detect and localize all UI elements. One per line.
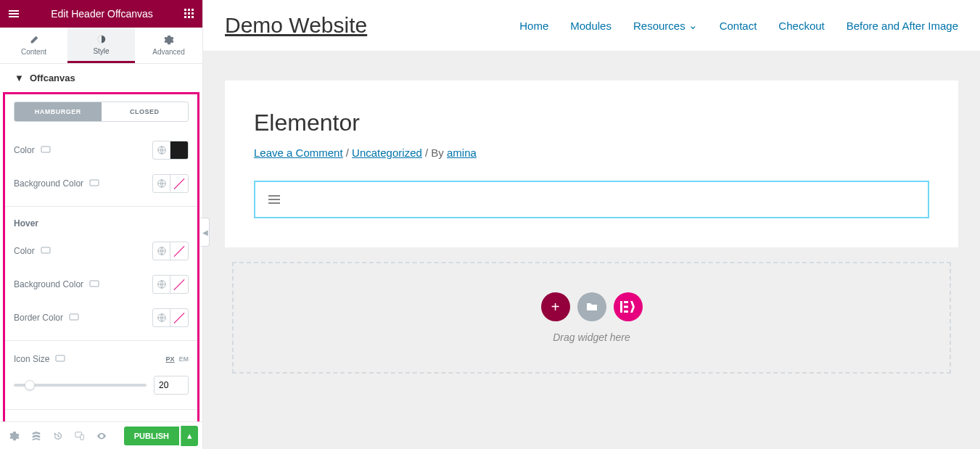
tab-content-label: Content [21, 48, 46, 56]
svg-rect-18 [70, 314, 78, 320]
dropzone-hint: Drag widget here [553, 331, 630, 343]
svg-rect-14 [41, 247, 50, 253]
hover-bgcolor-label: Background Color [14, 279, 83, 289]
hover-color-label: Color [14, 246, 35, 256]
preview-icon[interactable] [91, 426, 112, 446]
tab-content[interactable]: Content [0, 28, 67, 63]
panel-header: Edit Header Offcanvas [0, 0, 202, 28]
nav-resources-label: Resources [633, 20, 685, 32]
menu-icon[interactable] [7, 7, 20, 20]
globe-icon[interactable] [153, 175, 170, 192]
style-icon [96, 34, 107, 44]
color-swatch[interactable] [170, 141, 188, 159]
category-link[interactable]: Uncategorized [352, 147, 422, 159]
unit-em[interactable]: EM [179, 355, 189, 363]
offcanvas-widget-preview[interactable] [254, 181, 929, 218]
nav-checkout[interactable]: Checkout [778, 20, 824, 32]
site-header: Demo Website Home Modules Resources ⌄ Co… [203, 0, 980, 52]
hover-color-swatch[interactable] [170, 242, 188, 260]
bgcolor-label: Background Color [14, 178, 83, 189]
svg-rect-2 [192, 9, 194, 11]
nav-home[interactable]: Home [519, 20, 548, 32]
svg-rect-4 [188, 12, 190, 15]
tab-style-label: Style [93, 47, 109, 55]
globe-icon[interactable] [153, 242, 170, 260]
navigator-icon[interactable] [26, 426, 46, 446]
nav-modules[interactable]: Modules [570, 20, 612, 32]
nav-resources[interactable]: Resources ⌄ [633, 19, 698, 32]
hamburger-icon [267, 194, 281, 205]
svg-rect-7 [188, 16, 190, 18]
pencil-icon [29, 35, 39, 45]
svg-rect-3 [184, 12, 186, 15]
svg-rect-8 [192, 16, 194, 18]
tab-advanced[interactable]: Advanced [135, 28, 202, 63]
svg-rect-16 [90, 281, 99, 287]
section-label: Offcanvas [30, 73, 75, 83]
globe-icon[interactable] [153, 276, 170, 293]
svg-rect-22 [81, 434, 83, 440]
elementskit-button[interactable] [614, 292, 643, 321]
bgcolor-swatch[interactable] [170, 175, 188, 192]
tab-advanced-label: Advanced [152, 48, 184, 56]
settings-icon[interactable] [4, 426, 25, 446]
nav-before-after[interactable]: Before and After Image [847, 20, 958, 32]
folder-icon [586, 302, 598, 312]
add-section-button[interactable]: + [541, 292, 570, 321]
post-meta: Leave a Comment / Uncategorized / By ami… [254, 147, 929, 159]
svg-rect-12 [90, 180, 99, 186]
desktop-icon[interactable] [69, 313, 79, 322]
dropzone[interactable]: + Drag widget here [232, 262, 951, 374]
author-link[interactable]: amina [447, 147, 477, 159]
color-label: Color [14, 145, 35, 155]
history-icon[interactable] [48, 426, 68, 446]
style-controls-box: HAMBURGER CLOSED Color [3, 92, 199, 421]
border-color-swatch[interactable] [170, 309, 188, 326]
apps-icon[interactable] [184, 8, 195, 20]
globe-icon[interactable] [153, 309, 170, 326]
leave-comment-link[interactable]: Leave a Comment [254, 147, 343, 159]
switch-hamburger[interactable]: HAMBURGER [15, 102, 102, 121]
desktop-icon[interactable] [55, 355, 65, 363]
globe-icon[interactable] [153, 141, 170, 159]
ek-icon [620, 301, 636, 313]
switch-closed[interactable]: CLOSED [102, 102, 189, 121]
iconsize-input[interactable] [154, 376, 189, 395]
iconsize-label: Icon Size [14, 354, 49, 364]
svg-rect-20 [56, 355, 65, 361]
border-color-label: Border Color [14, 313, 63, 323]
svg-rect-6 [184, 16, 186, 18]
section-offcanvas[interactable]: ▼ Offcanvas [0, 64, 202, 92]
desktop-icon[interactable] [41, 146, 51, 155]
template-library-button[interactable] [577, 292, 606, 321]
caret-down-icon: ▼ [15, 73, 24, 83]
publish-button[interactable]: PUBLISH [124, 427, 179, 445]
gear-icon [164, 35, 174, 45]
svg-rect-5 [192, 12, 194, 15]
collapse-panel[interactable]: ◀ [201, 218, 210, 247]
unit-px[interactable]: PX [165, 355, 174, 363]
site-logo[interactable]: Demo Website [225, 13, 367, 38]
hover-bgcolor-swatch[interactable] [170, 276, 188, 293]
desktop-icon[interactable] [41, 247, 51, 255]
hover-header: Hover [14, 213, 189, 234]
chevron-down-icon: ⌄ [688, 19, 698, 32]
svg-rect-10 [41, 147, 50, 152]
desktop-icon[interactable] [89, 179, 99, 188]
publish-options[interactable]: ▴ [181, 426, 198, 446]
desktop-icon[interactable] [89, 280, 99, 289]
responsive-icon[interactable] [70, 426, 90, 446]
panel-title: Edit Header Offcanvas [20, 8, 184, 20]
nav-contact[interactable]: Contact [720, 20, 757, 32]
svg-rect-0 [184, 9, 186, 11]
iconsize-slider[interactable] [14, 384, 147, 387]
tab-style[interactable]: Style [67, 28, 135, 63]
svg-rect-1 [188, 9, 190, 11]
page-title: Elementor [254, 110, 929, 136]
